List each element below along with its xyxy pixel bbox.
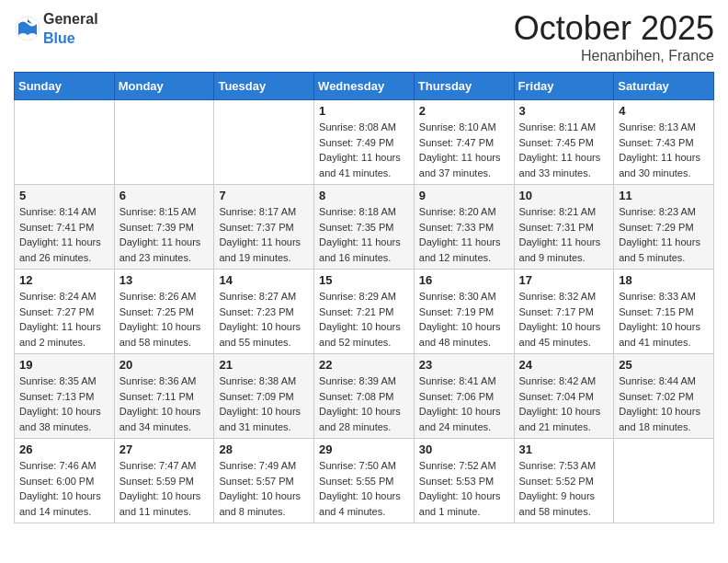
- day-number: 21: [219, 358, 309, 372]
- day-number: 27: [119, 442, 210, 456]
- calendar-day-cell: 19Sunrise: 8:35 AM Sunset: 7:13 PM Dayli…: [15, 354, 115, 439]
- day-number: 16: [419, 273, 509, 287]
- day-number: 7: [219, 189, 309, 202]
- calendar-day-cell: 20Sunrise: 8:36 AM Sunset: 7:11 PM Dayli…: [114, 354, 214, 439]
- day-info: Sunrise: 8:18 AM Sunset: 7:35 PM Dayligh…: [319, 204, 409, 265]
- day-number: 8: [319, 189, 409, 202]
- calendar-day-cell: 13Sunrise: 8:26 AM Sunset: 7:25 PM Dayli…: [114, 270, 214, 354]
- day-of-week-header: Wednesday: [314, 73, 415, 100]
- day-info: Sunrise: 7:50 AM Sunset: 5:55 PM Dayligh…: [319, 458, 409, 519]
- calendar-day-cell: [614, 439, 714, 523]
- calendar-week-row: 19Sunrise: 8:35 AM Sunset: 7:13 PM Dayli…: [15, 354, 714, 439]
- day-number: 4: [619, 104, 709, 118]
- calendar-day-cell: 24Sunrise: 8:42 AM Sunset: 7:04 PM Dayli…: [514, 354, 614, 439]
- day-number: 28: [219, 442, 309, 456]
- calendar-day-cell: 11Sunrise: 8:23 AM Sunset: 7:29 PM Dayli…: [614, 185, 714, 270]
- day-info: Sunrise: 8:41 AM Sunset: 7:06 PM Dayligh…: [419, 373, 509, 434]
- day-number: 14: [219, 273, 309, 287]
- calendar-day-cell: [15, 100, 115, 185]
- logo-general-text: General: [43, 11, 98, 27]
- calendar-day-cell: 6Sunrise: 8:15 AM Sunset: 7:39 PM Daylig…: [114, 185, 214, 270]
- day-info: Sunrise: 8:15 AM Sunset: 7:39 PM Dayligh…: [119, 204, 210, 265]
- day-info: Sunrise: 8:32 AM Sunset: 7:17 PM Dayligh…: [519, 289, 609, 350]
- calendar-day-cell: 29Sunrise: 7:50 AM Sunset: 5:55 PM Dayli…: [314, 439, 415, 523]
- calendar-day-cell: 16Sunrise: 8:30 AM Sunset: 7:19 PM Dayli…: [414, 270, 514, 354]
- calendar-week-row: 12Sunrise: 8:24 AM Sunset: 7:27 PM Dayli…: [15, 270, 714, 354]
- day-number: 17: [519, 273, 609, 287]
- calendar-day-cell: 7Sunrise: 8:17 AM Sunset: 7:37 PM Daylig…: [214, 185, 314, 270]
- calendar-day-cell: 2Sunrise: 8:10 AM Sunset: 7:47 PM Daylig…: [414, 100, 514, 185]
- day-info: Sunrise: 8:23 AM Sunset: 7:29 PM Dayligh…: [619, 204, 709, 265]
- calendar-day-cell: 26Sunrise: 7:46 AM Sunset: 6:00 PM Dayli…: [15, 439, 115, 523]
- calendar-day-cell: 25Sunrise: 8:44 AM Sunset: 7:02 PM Dayli…: [614, 354, 714, 439]
- calendar-day-cell: 30Sunrise: 7:52 AM Sunset: 5:53 PM Dayli…: [414, 439, 514, 523]
- calendar-day-cell: 1Sunrise: 8:08 AM Sunset: 7:49 PM Daylig…: [314, 100, 415, 185]
- calendar-day-cell: [214, 100, 314, 185]
- logo: General Blue: [14, 9, 98, 48]
- calendar-table: SundayMondayTuesdayWednesdayThursdayFrid…: [14, 72, 714, 523]
- day-number: 30: [419, 442, 509, 456]
- location: Henanbihen, France: [514, 48, 714, 64]
- day-info: Sunrise: 8:42 AM Sunset: 7:04 PM Dayligh…: [519, 373, 609, 434]
- day-of-week-header: Friday: [514, 73, 614, 100]
- day-of-week-header: Saturday: [614, 73, 714, 100]
- day-info: Sunrise: 8:27 AM Sunset: 7:23 PM Dayligh…: [219, 289, 309, 350]
- day-info: Sunrise: 8:24 AM Sunset: 7:27 PM Dayligh…: [19, 289, 109, 350]
- day-number: 15: [319, 273, 409, 287]
- day-number: 9: [419, 189, 509, 202]
- day-of-week-header: Thursday: [414, 73, 514, 100]
- day-info: Sunrise: 8:21 AM Sunset: 7:31 PM Dayligh…: [519, 204, 609, 265]
- day-of-week-header: Sunday: [15, 73, 115, 100]
- calendar-week-row: 5Sunrise: 8:14 AM Sunset: 7:41 PM Daylig…: [15, 185, 714, 270]
- day-info: Sunrise: 8:39 AM Sunset: 7:08 PM Dayligh…: [319, 373, 409, 434]
- day-info: Sunrise: 7:52 AM Sunset: 5:53 PM Dayligh…: [419, 458, 509, 519]
- logo-icon: [14, 15, 41, 42]
- day-info: Sunrise: 8:38 AM Sunset: 7:09 PM Dayligh…: [219, 373, 309, 434]
- day-info: Sunrise: 8:33 AM Sunset: 7:15 PM Dayligh…: [619, 289, 709, 350]
- day-number: 19: [19, 358, 109, 372]
- day-number: 10: [519, 189, 609, 202]
- calendar-day-cell: 15Sunrise: 8:29 AM Sunset: 7:21 PM Dayli…: [314, 270, 415, 354]
- day-of-week-header: Tuesday: [214, 73, 314, 100]
- day-info: Sunrise: 8:17 AM Sunset: 7:37 PM Dayligh…: [219, 204, 309, 265]
- day-number: 26: [19, 442, 109, 456]
- day-number: 29: [319, 442, 409, 456]
- day-number: 6: [119, 189, 210, 202]
- day-number: 3: [519, 104, 609, 118]
- calendar-day-cell: 18Sunrise: 8:33 AM Sunset: 7:15 PM Dayli…: [614, 270, 714, 354]
- title-block: October 2025 Henanbihen, France: [514, 9, 714, 64]
- day-info: Sunrise: 8:10 AM Sunset: 7:47 PM Dayligh…: [419, 120, 509, 180]
- day-number: 1: [319, 104, 409, 118]
- day-info: Sunrise: 7:46 AM Sunset: 6:00 PM Dayligh…: [19, 458, 109, 519]
- day-info: Sunrise: 7:47 AM Sunset: 5:59 PM Dayligh…: [119, 458, 210, 519]
- day-info: Sunrise: 8:11 AM Sunset: 7:45 PM Dayligh…: [519, 120, 609, 180]
- calendar-day-cell: 3Sunrise: 8:11 AM Sunset: 7:45 PM Daylig…: [514, 100, 614, 185]
- calendar-day-cell: 27Sunrise: 7:47 AM Sunset: 5:59 PM Dayli…: [114, 439, 214, 523]
- day-number: 23: [419, 358, 509, 372]
- page-header: General Blue October 2025 Henanbihen, Fr…: [14, 9, 714, 64]
- calendar-day-cell: 28Sunrise: 7:49 AM Sunset: 5:57 PM Dayli…: [214, 439, 314, 523]
- calendar-day-cell: 10Sunrise: 8:21 AM Sunset: 7:31 PM Dayli…: [514, 185, 614, 270]
- day-number: 18: [619, 273, 709, 287]
- day-number: 25: [619, 358, 709, 372]
- calendar-day-cell: 23Sunrise: 8:41 AM Sunset: 7:06 PM Dayli…: [414, 354, 514, 439]
- day-info: Sunrise: 8:36 AM Sunset: 7:11 PM Dayligh…: [119, 373, 210, 434]
- day-info: Sunrise: 8:08 AM Sunset: 7:49 PM Dayligh…: [319, 120, 409, 180]
- month-title: October 2025: [514, 9, 714, 48]
- logo-blue-text: Blue: [43, 30, 75, 46]
- day-number: 5: [19, 189, 109, 202]
- day-number: 31: [519, 442, 609, 456]
- calendar-day-cell: 5Sunrise: 8:14 AM Sunset: 7:41 PM Daylig…: [15, 185, 115, 270]
- day-info: Sunrise: 8:20 AM Sunset: 7:33 PM Dayligh…: [419, 204, 509, 265]
- day-info: Sunrise: 8:13 AM Sunset: 7:43 PM Dayligh…: [619, 120, 709, 180]
- calendar-day-cell: 21Sunrise: 8:38 AM Sunset: 7:09 PM Dayli…: [214, 354, 314, 439]
- day-of-week-header: Monday: [114, 73, 214, 100]
- calendar-day-cell: 14Sunrise: 8:27 AM Sunset: 7:23 PM Dayli…: [214, 270, 314, 354]
- day-number: 20: [119, 358, 210, 372]
- day-number: 11: [619, 189, 709, 202]
- calendar-day-cell: 31Sunrise: 7:53 AM Sunset: 5:52 PM Dayli…: [514, 439, 614, 523]
- day-info: Sunrise: 8:14 AM Sunset: 7:41 PM Dayligh…: [19, 204, 109, 265]
- day-number: 24: [519, 358, 609, 372]
- day-number: 22: [319, 358, 409, 372]
- day-info: Sunrise: 8:35 AM Sunset: 7:13 PM Dayligh…: [19, 373, 109, 434]
